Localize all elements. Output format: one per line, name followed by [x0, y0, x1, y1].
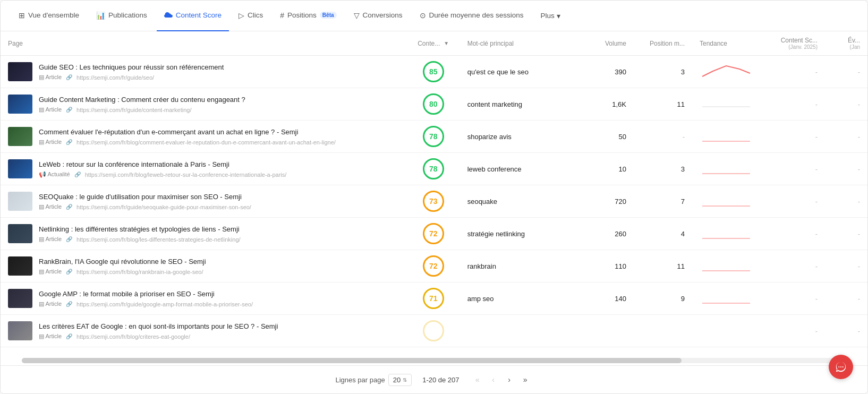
- filter-icon: ▽: [354, 11, 360, 20]
- table-row: RankBrain, l'IA Google qui révolutionne …: [1, 250, 867, 282]
- score-circle: 71: [423, 288, 444, 309]
- page-url[interactable]: https://semji.com/fr/guide/seoquake-guid…: [76, 204, 251, 210]
- col-content-score[interactable]: Conte... ▼: [407, 31, 460, 56]
- page-url[interactable]: https://semji.com/fr/blog/leweb-retour-s…: [85, 172, 287, 178]
- first-page-button[interactable]: «: [470, 372, 485, 387]
- ev-cell: -: [825, 315, 867, 347]
- page-url[interactable]: https://semji.com/fr/guide/google-amp-fo…: [76, 301, 253, 307]
- volume-cell: 390: [586, 56, 634, 88]
- page-title: Comment évaluer l'e-réputation d'un e-co…: [39, 127, 336, 137]
- page-thumbnail: [8, 62, 32, 81]
- col-cs-jan: Content Sc... (Janv. 2025): [767, 31, 825, 56]
- cs-jan-cell: -: [767, 282, 825, 315]
- keyword-cell: leweb conference: [460, 153, 586, 185]
- page-url[interactable]: https://semji.com/fr/guide/content-marke…: [76, 107, 191, 113]
- grid-icon: ⊞: [19, 11, 25, 20]
- chat-button[interactable]: [829, 355, 853, 379]
- nav-vue-ensemble[interactable]: ⊞ Vue d'ensemble: [11, 1, 87, 31]
- keyword-cell: stratégie netlinking: [460, 218, 586, 250]
- page-url[interactable]: https://semji.com/fr/blog/les-differente…: [76, 236, 241, 243]
- trend-cell: [692, 88, 767, 121]
- data-table: Page Conte... ▼ Mot-clé principal Volume: [1, 31, 867, 347]
- page-url[interactable]: https://semji.com/fr/guide/seo/: [76, 74, 154, 81]
- page-thumbnail: [8, 289, 32, 308]
- link-icon: 🔗: [66, 74, 72, 80]
- col-volume: Volume: [586, 31, 634, 56]
- score-cell: 71: [407, 282, 460, 315]
- keyword-cell: seoquake: [460, 185, 586, 218]
- page-type: ▤ Article: [39, 203, 62, 210]
- link-icon: 🔗: [66, 204, 72, 210]
- keyword-cell: [460, 315, 586, 347]
- score-circle: 72: [423, 255, 444, 277]
- position-cell: 9: [634, 282, 692, 315]
- next-page-button[interactable]: ›: [502, 372, 517, 387]
- keyword-cell: shoparize avis: [460, 121, 586, 153]
- ev-cell: -: [825, 250, 867, 282]
- trend-cell: [692, 153, 767, 185]
- page-url[interactable]: https://semji.com/fr/blog/rankbrain-ia-g…: [76, 269, 203, 275]
- nav-conversions[interactable]: ▽ Conversions: [346, 1, 410, 31]
- page-url[interactable]: https://semji.com/fr/blog/comment-evalue…: [76, 139, 336, 145]
- page-type: ▤ Article: [39, 301, 62, 307]
- link-icon: 🔗: [66, 333, 72, 339]
- sort-icon: ▼: [444, 40, 449, 46]
- ev-cell: -: [825, 56, 867, 88]
- keyword-cell: rankbrain: [460, 250, 586, 282]
- horizontal-scrollbar[interactable]: [22, 358, 846, 363]
- pagination-info: 1-20 de 207: [422, 376, 459, 384]
- cs-jan-cell: -: [767, 121, 825, 153]
- first-icon: «: [475, 375, 480, 384]
- ev-cell: -: [825, 153, 867, 185]
- prev-page-button[interactable]: ‹: [486, 372, 501, 387]
- chart-icon: 📊: [96, 11, 105, 20]
- last-icon: »: [523, 375, 527, 384]
- page-title: SEOQuake : le guide d'utilisation pour m…: [39, 192, 251, 202]
- table-row: Google AMP : le format mobile à priorise…: [1, 282, 867, 315]
- page-thumbnail: [8, 224, 32, 243]
- nav-positions[interactable]: # Positions Bêta: [273, 1, 344, 31]
- nav-clics[interactable]: ▷ Clics: [231, 1, 270, 31]
- per-page-dropdown[interactable]: 20 ⇅: [388, 374, 412, 386]
- score-cell: 72: [407, 218, 460, 250]
- page-title: Guide SEO : Les techniques pour réussir …: [39, 63, 224, 72]
- keyword-cell: content marketing: [460, 88, 586, 121]
- page-url[interactable]: https://semji.com/fr/blog/criteres-eat-g…: [76, 333, 190, 340]
- cs-jan-cell: -: [767, 218, 825, 250]
- page-type: ▤ Article: [39, 236, 62, 243]
- nav-more[interactable]: Plus ▾: [533, 7, 567, 24]
- position-cell: 3: [634, 56, 692, 88]
- page-type: ▤ Article: [39, 74, 62, 81]
- page-title: RankBrain, l'IA Google qui révolutionne …: [39, 257, 206, 267]
- col-page: Page: [1, 31, 407, 56]
- col-position: Position m...: [634, 31, 692, 56]
- table-row: Netlinking : les différentes stratégies …: [1, 218, 867, 250]
- svg-point-0: [838, 366, 839, 367]
- page-thumbnail: [8, 95, 32, 114]
- volume-cell: 260: [586, 218, 634, 250]
- svg-point-2: [843, 366, 844, 367]
- page-thumbnail: [8, 256, 32, 276]
- link-icon: 🔗: [66, 139, 72, 145]
- page-title: Les critères EAT de Google : en quoi son…: [39, 322, 278, 331]
- link-icon: 🔗: [66, 107, 72, 113]
- trend-cell: [692, 250, 767, 282]
- score-circle: 72: [423, 223, 444, 244]
- link-icon: 🔗: [66, 269, 72, 275]
- nav-duree[interactable]: ⊙ Durée moyenne des sessions: [412, 1, 531, 31]
- ev-cell: -: [825, 218, 867, 250]
- nav-publications[interactable]: 📊 Publications: [89, 1, 155, 31]
- col-keyword: Mot-clé principal: [460, 31, 586, 56]
- score-cell: 85: [407, 56, 460, 88]
- table-row: Guide Content Marketing : Comment créer …: [1, 88, 867, 121]
- table-row: Guide SEO : Les techniques pour réussir …: [1, 56, 867, 88]
- score-circle: 78: [423, 158, 444, 179]
- table-row: Comment évaluer l'e-réputation d'un e-co…: [1, 121, 867, 153]
- page-type: 📢 Actualité: [39, 171, 70, 178]
- nav-content-score[interactable]: Content Score: [157, 1, 229, 31]
- cs-jan-cell: -: [767, 88, 825, 121]
- volume-cell: 720: [586, 185, 634, 218]
- last-page-button[interactable]: »: [518, 372, 533, 387]
- score-cell: 80: [407, 88, 460, 121]
- position-cell: 7: [634, 185, 692, 218]
